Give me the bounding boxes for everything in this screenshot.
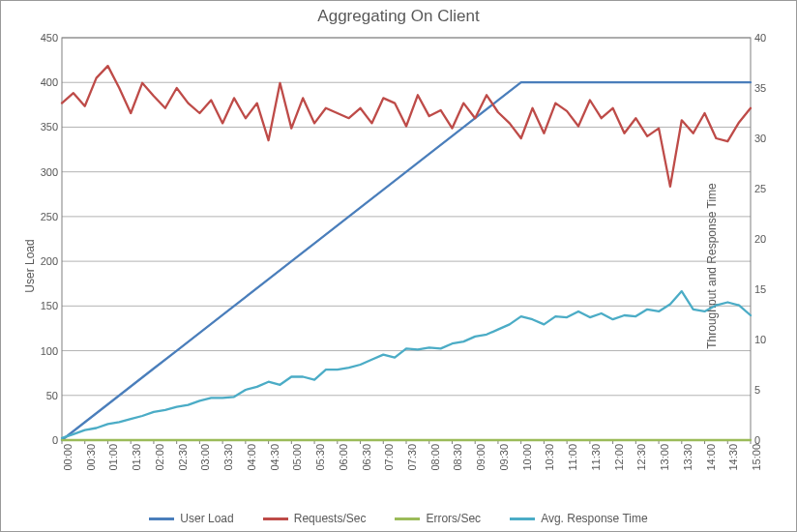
x-tick: 03:00: [199, 444, 211, 471]
legend-item: User Load: [149, 512, 233, 525]
x-tick: 00:30: [85, 444, 97, 471]
y-left-tick: 100: [41, 345, 58, 357]
legend-label: Requests/Sec: [294, 512, 367, 525]
plot-area: 050100150200250300350400450 051015202530…: [62, 38, 751, 440]
x-tick: 14:00: [705, 444, 717, 471]
y-ticks-right: 0510152025303540: [751, 38, 789, 440]
x-tick: 14:30: [727, 444, 739, 471]
y-left-tick: 400: [41, 76, 58, 88]
x-tick: 02:30: [177, 444, 189, 471]
legend-item: Requests/Sec: [263, 512, 367, 525]
y-left-tick: 0: [52, 434, 58, 446]
x-tick: 06:30: [361, 444, 372, 471]
x-tick: 07:30: [406, 444, 418, 471]
x-tick: 03:30: [222, 444, 234, 471]
legend: User LoadRequests/SecErrors/SecAvg. Resp…: [1, 512, 796, 525]
plot-svg: [62, 38, 751, 440]
x-tick: 05:30: [314, 444, 326, 471]
x-tick: 07:00: [383, 444, 395, 471]
y-right-tick: 30: [754, 133, 766, 144]
y-ticks-left: 050100150200250300350400450: [4, 38, 62, 440]
x-tick: 02:00: [154, 444, 165, 471]
x-tick: 13:30: [682, 444, 694, 471]
x-tick: 08:00: [429, 444, 441, 471]
x-tick: 11:30: [590, 444, 602, 471]
x-tick: 13:00: [659, 444, 670, 471]
y-right-tick: 25: [754, 183, 766, 194]
x-tick: 09:00: [475, 444, 487, 471]
x-tick: 06:00: [338, 444, 349, 471]
legend-label: Avg. Response Time: [541, 512, 648, 525]
x-tick: 08:30: [452, 444, 463, 471]
legend-label: Errors/Sec: [426, 512, 481, 525]
x-tick: 01:00: [107, 444, 119, 471]
legend-swatch: [395, 517, 420, 520]
y-left-tick: 150: [41, 300, 58, 311]
x-tick: 10:30: [544, 444, 555, 471]
legend-label: User Load: [180, 512, 233, 525]
x-tick: 04:00: [246, 444, 257, 471]
svg-rect-0: [62, 38, 751, 440]
legend-item: Errors/Sec: [395, 512, 481, 525]
y-left-tick: 300: [41, 166, 58, 178]
x-ticks: 00:0000:3001:0001:3002:0002:3003:0003:30…: [62, 440, 751, 498]
x-tick: 00:00: [62, 444, 74, 471]
y-right-tick: 10: [754, 334, 766, 345]
y-right-tick: 20: [754, 233, 766, 245]
x-tick: 01:30: [131, 444, 142, 471]
legend-swatch: [149, 517, 174, 520]
legend-swatch: [263, 517, 288, 520]
y-left-tick: 200: [41, 255, 58, 267]
y-right-tick: 35: [754, 82, 766, 94]
y-left-tick: 250: [41, 211, 58, 222]
legend-item: Avg. Response Time: [510, 512, 648, 525]
y-right-tick: 40: [754, 32, 766, 44]
x-tick: 12:30: [635, 444, 647, 471]
y-left-tick: 450: [41, 32, 58, 44]
y-left-tick: 50: [46, 390, 58, 401]
chart-container: Aggregating On Client User Load Throughp…: [0, 0, 797, 532]
x-tick: 10:00: [521, 444, 533, 471]
x-tick: 11:00: [567, 444, 578, 471]
x-tick: 15:00: [751, 444, 762, 471]
y-right-tick: 5: [754, 384, 760, 396]
legend-swatch: [510, 517, 535, 520]
y-right-tick: 15: [754, 283, 766, 295]
y-left-tick: 350: [41, 121, 58, 133]
x-tick: 09:30: [498, 444, 510, 471]
x-tick: 05:00: [291, 444, 303, 471]
chart-title: Aggregating On Client: [1, 7, 796, 26]
x-tick: 04:30: [269, 444, 280, 471]
x-tick: 12:00: [613, 444, 625, 471]
